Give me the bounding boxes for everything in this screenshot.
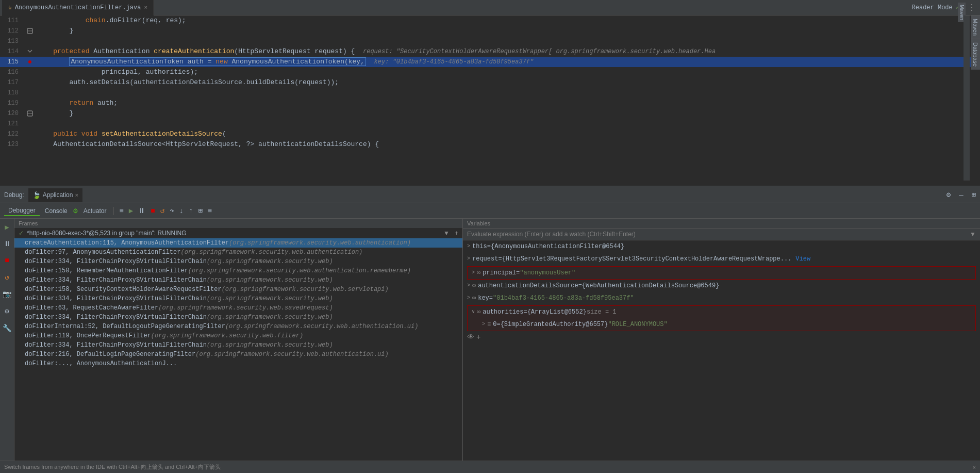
var-expand-principal[interactable]: > bbox=[472, 268, 475, 278]
code-editor: 111 chain.doFilter(req, res); 112 } 113 … bbox=[0, 15, 980, 186]
frame-item-3[interactable]: doFilter:150, RememberMeAuthenticationFi… bbox=[14, 266, 462, 275]
frame-item-13[interactable]: doFilter:..., AnonymousAuthenticationJ..… bbox=[14, 359, 462, 368]
frame-class-10: (org.springframework.security.web.filter… bbox=[151, 332, 303, 339]
debug-layout-icon[interactable]: ⊞ bbox=[972, 190, 976, 199]
thread-check-icon: ✓ bbox=[19, 230, 24, 237]
toolbar-btn-eval[interactable]: ≡ bbox=[206, 206, 214, 216]
code-line-121: 121 bbox=[0, 119, 980, 129]
line-num-119: 119 bbox=[0, 98, 25, 108]
fold-icon-114[interactable] bbox=[26, 48, 34, 55]
var-expand-key[interactable]: > bbox=[467, 293, 470, 303]
frame-method-6: doFilter:334, FilterChainProxy$VirtualFi… bbox=[25, 295, 207, 302]
var-principal: > ∞ principal = "anonymousUser" bbox=[468, 267, 975, 279]
tab-console[interactable]: Console bbox=[41, 206, 72, 216]
status-text: Switch frames from anywhere in the IDE w… bbox=[4, 463, 221, 471]
toolbar-btn-run-to[interactable]: ⊞ bbox=[196, 205, 204, 216]
toolbar-sep-1 bbox=[113, 207, 114, 215]
frame-method-11: doFilter:334, FilterChainProxy$VirtualFi… bbox=[25, 341, 207, 349]
frame-item-5[interactable]: doFilter:158, SecurityContextHolderAware… bbox=[14, 285, 462, 294]
frame-item-11[interactable]: doFilter:334, FilterChainProxy$VirtualFi… bbox=[14, 340, 462, 350]
debug-right-panel: Variables Evaluate expression (Enter) or… bbox=[463, 219, 980, 461]
side-panel-tabs: Maven Database bbox=[971, 15, 980, 70]
side-icon-restart[interactable]: ↺ bbox=[3, 271, 11, 284]
frame-class-3: (org.springframework.security.web.authen… bbox=[188, 267, 411, 274]
side-icon-settings[interactable]: ⚙ bbox=[3, 305, 11, 318]
eval-dropdown[interactable]: ▼ bbox=[970, 231, 976, 238]
debug-toolbar: Debugger Console ⚙ Actuator ≡ ▶ ⏸ ■ ↺ ↷ … bbox=[0, 203, 980, 219]
line-code-112: } bbox=[35, 26, 980, 36]
side-icon-pause[interactable]: ⏸ bbox=[2, 238, 13, 250]
gutter-115: ● bbox=[25, 57, 35, 67]
add-watch-icon[interactable]: + bbox=[455, 230, 458, 237]
side-icon-wrench[interactable]: 🔧 bbox=[1, 322, 13, 335]
debug-minimize-icon[interactable]: — bbox=[959, 191, 963, 199]
frame-method-4: doFilter:334, FilterChainProxy$VirtualFi… bbox=[25, 276, 207, 284]
debug-app-close[interactable]: × bbox=[75, 192, 78, 198]
frame-method-7: doFilter:63, RequestCacheAwareFilter bbox=[25, 304, 158, 312]
thread-item: ✓ *http-nio-8080-exec-3*@5,523 in group … bbox=[14, 228, 462, 238]
toolbar-btn-restart[interactable]: ↺ bbox=[158, 205, 167, 216]
side-icon-resume[interactable]: ▶ bbox=[3, 221, 11, 234]
toolbar-btn-step-over[interactable]: ↷ bbox=[168, 205, 176, 216]
code-line-115: 115 ● AnonymousAuthenticationToken auth … bbox=[0, 57, 980, 67]
fold-icon-120[interactable] bbox=[26, 110, 34, 117]
frame-item-2[interactable]: doFilter:334, FilterChainProxy$VirtualFi… bbox=[14, 257, 462, 266]
frame-item-7[interactable]: doFilter:63, RequestCacheAwareFilter (or… bbox=[14, 303, 462, 313]
actuator-icon: ⚙ bbox=[73, 207, 78, 215]
toolbar-btn-stop[interactable]: ■ bbox=[148, 206, 157, 216]
debug-app-tab[interactable]: 🍃 Application × bbox=[28, 188, 82, 202]
frame-item-12[interactable]: doFilter:216, DefaultLoginPageGenerating… bbox=[14, 350, 462, 359]
frame-item-1[interactable]: doFilter:97, AnonymousAuthenticationFilt… bbox=[14, 248, 462, 257]
more-options-icon[interactable]: ⋮ bbox=[968, 3, 976, 13]
toolbar-btn-step-into[interactable]: ↓ bbox=[177, 206, 186, 216]
file-tab[interactable]: ☕ AnonymousAuthenticationFilter.java × bbox=[2, 0, 154, 15]
debug-settings-icon[interactable]: ⚙ bbox=[946, 190, 951, 199]
toolbar-btn-pause[interactable]: ⏸ bbox=[136, 206, 147, 216]
frame-method-5: doFilter:158, SecurityContextHolderAware… bbox=[25, 286, 222, 293]
var-expand-this[interactable]: > bbox=[467, 241, 470, 252]
status-close-icon[interactable]: × bbox=[973, 464, 976, 470]
code-line-120: 120 } bbox=[0, 108, 980, 119]
var-key: > ∞ key = "01b4baf3-4165-4865-a83a-fd58f… bbox=[463, 292, 980, 304]
line-code-115: AnonymousAuthenticationToken auth = new … bbox=[35, 57, 980, 67]
side-icon-stop[interactable]: ■ bbox=[3, 254, 11, 267]
fold-icon-112[interactable] bbox=[26, 27, 34, 35]
toolbar-btn-step-out[interactable]: ↑ bbox=[187, 206, 195, 216]
line-num-122: 122 bbox=[0, 129, 25, 139]
reader-mode-label: Reader Mode bbox=[912, 4, 953, 11]
var-expand-authority0[interactable]: > bbox=[482, 319, 485, 330]
frame-class-12: (org.springframework.security.web.authen… bbox=[195, 351, 388, 358]
editor-scrollbar[interactable] bbox=[964, 15, 970, 181]
add-watch-plus[interactable]: + bbox=[476, 333, 480, 341]
code-line-118: 118 bbox=[0, 88, 980, 98]
line-code-123: AuthenticationDetailsSource<HttpServletR… bbox=[35, 139, 980, 150]
frame-item-10[interactable]: doFilter:119, OncePerRequestFilter (org.… bbox=[14, 331, 462, 340]
eval-bar[interactable]: Evaluate expression (Enter) or add a wat… bbox=[463, 229, 980, 240]
frame-item-9[interactable]: doFilterInternal:52, DefaultLogoutPageGe… bbox=[14, 322, 462, 331]
database-side-tab[interactable]: Database bbox=[971, 39, 980, 70]
line-code-111: chain.doFilter(req, res); bbox=[35, 15, 980, 26]
var-expand-request[interactable]: > bbox=[467, 254, 470, 264]
maven-side-tab[interactable]: Maven bbox=[971, 15, 980, 39]
frame-item-4[interactable]: doFilter:334, FilterChainProxy$VirtualFi… bbox=[14, 275, 462, 285]
filter-icon[interactable]: ▼ bbox=[443, 230, 450, 237]
tab-actuator[interactable]: Actuator bbox=[79, 206, 111, 216]
toolbar-btn-menu[interactable]: ≡ bbox=[117, 206, 125, 216]
var-view-link[interactable]: View bbox=[795, 254, 810, 264]
tab-close-button[interactable]: × bbox=[144, 5, 147, 11]
var-auth-details-source: > ∞ authenticationDetailsSource = {WebAu… bbox=[463, 280, 980, 292]
var-highlight-group-2: ∨ ∞ authorities = {ArrayList@6552} size … bbox=[467, 305, 976, 331]
frame-class-2: (org.springframework.security.web) bbox=[207, 258, 333, 265]
var-expand-authorities[interactable]: ∨ bbox=[472, 307, 475, 317]
frame-item-6[interactable]: doFilter:334, FilterChainProxy$VirtualFi… bbox=[14, 294, 462, 303]
side-icon-camera[interactable]: 📷 bbox=[1, 288, 13, 301]
tab-debugger[interactable]: Debugger bbox=[4, 206, 40, 216]
var-type-authorities: ∞ bbox=[477, 307, 480, 317]
frame-class-0: (org.springframework.security.web.authen… bbox=[229, 239, 411, 247]
watch-eye-icon[interactable]: 👁 bbox=[467, 333, 474, 341]
toolbar-btn-resume[interactable]: ▶ bbox=[127, 205, 135, 216]
var-expand-ads[interactable]: > bbox=[467, 281, 470, 291]
frame-item-0[interactable]: createAuthentication:115, AnonymousAuthe… bbox=[14, 238, 462, 248]
line-num-117: 117 bbox=[0, 77, 25, 88]
frame-item-8[interactable]: doFilter:334, FilterChainProxy$VirtualFi… bbox=[14, 313, 462, 322]
